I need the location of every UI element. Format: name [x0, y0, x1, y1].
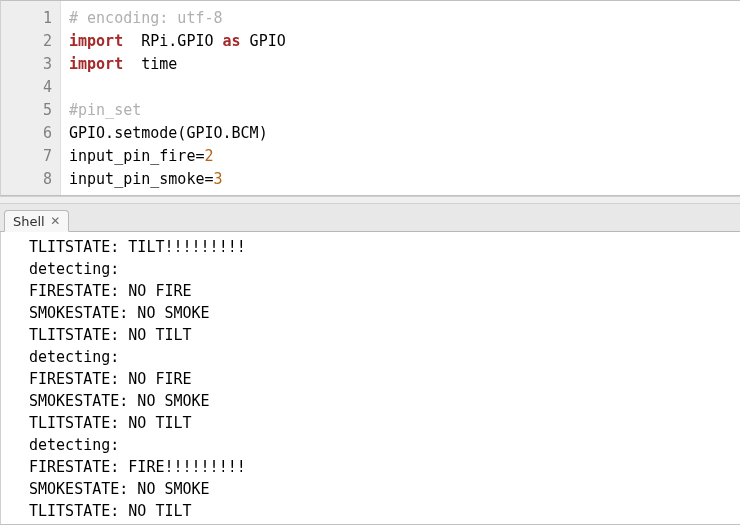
code-token: import [69, 32, 123, 50]
code-token: input_pin_smoke= [69, 170, 214, 188]
tab-shell[interactable]: Shell ✕ [4, 210, 69, 232]
code-token: 3 [214, 170, 223, 188]
line-number: 8 [1, 168, 52, 191]
code-token: RPi.GPIO [123, 32, 222, 50]
line-number: 3 [1, 53, 52, 76]
shell-output[interactable]: TLITSTATE: TILT!!!!!!!!!detecting:FIREST… [0, 232, 740, 525]
code-line[interactable]: import RPi.GPIO as GPIO [69, 30, 286, 53]
line-number-gutter: 12345678 [1, 1, 61, 195]
line-number: 2 [1, 30, 52, 53]
code-token: import [69, 55, 123, 73]
code-line[interactable]: input_pin_fire=2 [69, 145, 286, 168]
shell-line: FIRESTATE: NO FIRE [29, 280, 740, 302]
ide-root: 12345678 # encoding: utf-8import RPi.GPI… [0, 0, 740, 525]
tab-shell-label: Shell [13, 214, 45, 229]
code-line[interactable] [69, 76, 286, 99]
code-editor-pane: 12345678 # encoding: utf-8import RPi.GPI… [0, 0, 740, 196]
code-line[interactable]: input_pin_smoke=3 [69, 168, 286, 191]
code-token: #pin_set [69, 101, 141, 119]
close-icon[interactable]: ✕ [49, 215, 62, 228]
code-token: GPIO.setmode(GPIO.BCM) [69, 124, 268, 142]
code-token: as [223, 32, 241, 50]
pane-splitter[interactable] [0, 196, 740, 204]
shell-line: SMOKESTATE: NO SMOKE [29, 302, 740, 324]
shell-line: TLITSTATE: NO TILT [29, 324, 740, 346]
code-token: input_pin_fire= [69, 147, 204, 165]
line-number: 1 [1, 7, 52, 30]
code-line[interactable]: GPIO.setmode(GPIO.BCM) [69, 122, 286, 145]
code-area[interactable]: # encoding: utf-8import RPi.GPIO as GPIO… [61, 1, 286, 195]
code-editor-inner: 12345678 # encoding: utf-8import RPi.GPI… [1, 1, 740, 195]
shell-line: FIRESTATE: FIRE!!!!!!!!! [29, 456, 740, 478]
code-token: 2 [204, 147, 213, 165]
code-line[interactable]: import time [69, 53, 286, 76]
line-number: 6 [1, 122, 52, 145]
shell-line: TLITSTATE: NO TILT [29, 412, 740, 434]
code-token: # encoding: utf-8 [69, 9, 223, 27]
code-token: time [123, 55, 177, 73]
shell-line: detecting: [29, 346, 740, 368]
shell-line: SMOKESTATE: NO SMOKE [29, 478, 740, 500]
shell-line: FIRESTATE: NO FIRE [29, 368, 740, 390]
line-number: 4 [1, 76, 52, 99]
line-number: 5 [1, 99, 52, 122]
shell-tabbar: Shell ✕ [0, 204, 740, 232]
code-token: GPIO [241, 32, 286, 50]
code-line[interactable]: #pin_set [69, 99, 286, 122]
line-number: 7 [1, 145, 52, 168]
shell-line: detecting: [29, 434, 740, 456]
code-line[interactable]: # encoding: utf-8 [69, 7, 286, 30]
shell-line: TLITSTATE: TILT!!!!!!!!! [29, 236, 740, 258]
shell-line: TLITSTATE: NO TILT [29, 500, 740, 522]
shell-line: detecting: [29, 258, 740, 280]
shell-line: SMOKESTATE: NO SMOKE [29, 390, 740, 412]
